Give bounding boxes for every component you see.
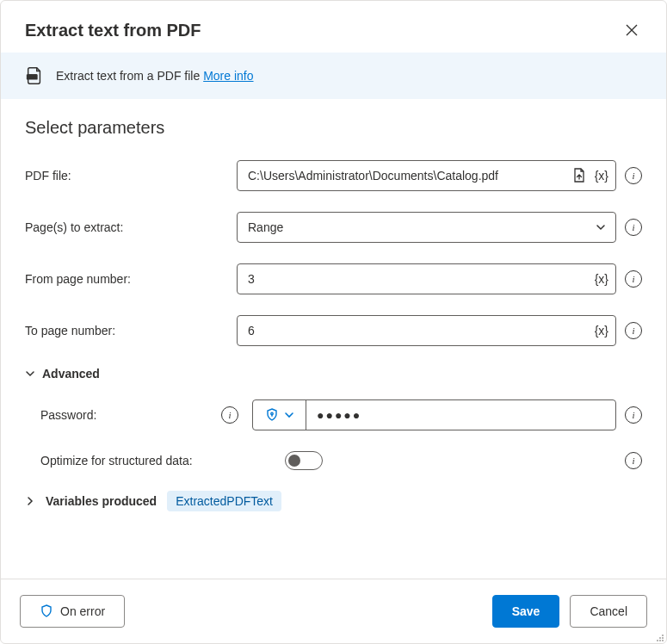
info-icon[interactable]: i (221, 406, 238, 424)
label-to-page: To page number: (25, 324, 237, 337)
input-to-page-value: 6 (248, 324, 588, 337)
variable-pill[interactable]: ExtractedPDFText (167, 491, 281, 511)
select-pages-value: Range (248, 220, 595, 234)
save-button[interactable]: Save (492, 595, 560, 628)
shield-icon (265, 408, 279, 422)
svg-point-7 (659, 640, 661, 641)
label-from-page: From page number: (25, 272, 237, 286)
field-pages-to-extract: Page(s) to extract: Range i (25, 212, 642, 243)
svg-point-2 (270, 412, 272, 414)
dialog-title: Extract text from PDF (25, 21, 201, 40)
svg-point-4 (662, 637, 664, 639)
variables-produced-toggle[interactable]: Variables produced ExtractedPDFText (25, 491, 642, 511)
svg-text:PDF: PDF (28, 75, 37, 79)
info-icon[interactable]: i (625, 322, 642, 339)
svg-point-6 (662, 640, 664, 641)
variable-icon[interactable]: {x} (593, 324, 610, 337)
input-pdf-file-value: C:\Users\Administrator\Documents\Catalog… (248, 169, 565, 183)
input-pdf-file[interactable]: C:\Users\Administrator\Documents\Catalog… (237, 160, 616, 191)
chevron-down-icon (284, 410, 294, 420)
info-icon[interactable]: i (625, 270, 642, 288)
variables-label: Variables produced (46, 494, 157, 508)
variable-icon[interactable]: {x} (593, 272, 610, 286)
close-button[interactable] (621, 20, 642, 40)
label-optimize: Optimize for structured data: (40, 454, 285, 468)
toggle-knob (288, 455, 300, 467)
pdf-icon: PDF (25, 66, 44, 85)
label-password: Password: (40, 408, 96, 422)
advanced-toggle[interactable]: Advanced (25, 367, 642, 381)
dialog-body: Select parameters PDF file: C:\Users\Adm… (1, 99, 666, 511)
svg-point-5 (659, 637, 661, 639)
field-optimize: Optimize for structured data: i (40, 451, 642, 470)
field-pdf-file: PDF file: C:\Users\Administrator\Documen… (25, 160, 642, 191)
svg-point-8 (657, 640, 658, 641)
info-icon[interactable]: i (625, 167, 642, 184)
input-password[interactable]: ●●●●● (252, 399, 616, 430)
field-to-page: To page number: 6 {x} i (25, 315, 642, 346)
field-password: Password: i ●●●●● i (40, 399, 642, 430)
section-title: Select parameters (25, 118, 642, 138)
info-icon[interactable]: i (625, 406, 642, 424)
input-to-page[interactable]: 6 {x} (237, 315, 616, 346)
shield-outline-icon (40, 604, 53, 618)
info-bar-text: Extract text from a PDF file More info (56, 69, 254, 83)
info-bar: PDF Extract text from a PDF file More in… (1, 53, 666, 99)
resize-handle-icon[interactable] (654, 631, 664, 641)
file-picker-icon[interactable] (571, 167, 588, 184)
field-from-page: From page number: 3 {x} i (25, 263, 642, 294)
label-pdf-file: PDF file: (25, 169, 237, 183)
advanced-label: Advanced (42, 367, 100, 381)
password-type-selector[interactable] (253, 400, 306, 430)
close-icon (626, 24, 638, 36)
chevron-right-icon (25, 496, 35, 506)
input-password-value: ●●●●● (306, 400, 615, 430)
svg-point-3 (662, 635, 664, 636)
label-pages: Page(s) to extract: (25, 220, 237, 234)
toggle-optimize[interactable] (285, 451, 323, 470)
variable-icon[interactable]: {x} (593, 169, 610, 183)
more-info-link[interactable]: More info (203, 69, 253, 83)
input-from-page-value: 3 (248, 272, 588, 286)
chevron-down-icon (595, 221, 607, 233)
dialog-header: Extract text from PDF (1, 1, 666, 53)
cancel-button[interactable]: Cancel (570, 595, 647, 628)
info-icon[interactable]: i (625, 219, 642, 236)
chevron-down-icon (25, 368, 35, 379)
dialog-footer: On error Save Cancel (1, 579, 666, 643)
info-icon[interactable]: i (625, 452, 642, 469)
on-error-button[interactable]: On error (20, 595, 125, 628)
select-pages[interactable]: Range (237, 212, 616, 243)
input-from-page[interactable]: 3 {x} (237, 263, 616, 294)
